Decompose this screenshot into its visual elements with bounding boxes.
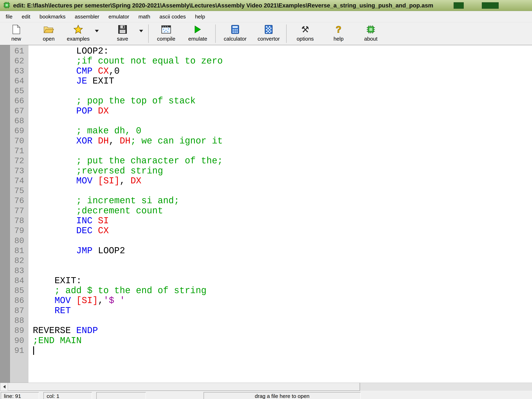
code-text[interactable]: EXIT:	[26, 276, 82, 286]
code-line[interactable]: 70 XOR DH, DH; we can ignor it	[0, 136, 532, 146]
options-button[interactable]: ⚒ options	[288, 24, 322, 42]
window-title: edit: E:\flash\lectures per semester\Spr…	[13, 2, 433, 9]
code-text[interactable]: ;reversed string	[26, 166, 163, 176]
code-line[interactable]: 72 ; put the character of the;	[0, 156, 532, 166]
scroll-left-button[interactable]	[0, 383, 8, 391]
code-token: CX	[98, 66, 109, 76]
calculator-button[interactable]: calculator	[217, 24, 253, 42]
code-token	[33, 106, 76, 116]
code-line[interactable]: 64 JE EXIT	[0, 76, 532, 86]
code-text[interactable]: POP DX	[26, 106, 109, 116]
code-line[interactable]: 80	[0, 236, 532, 246]
code-token: DH	[98, 136, 109, 146]
code-line[interactable]: 90;END MAIN	[0, 336, 532, 346]
code-line[interactable]: 86 MOV [SI],'$ '	[0, 296, 532, 306]
line-number: 62	[0, 56, 26, 66]
open-button[interactable]: open	[32, 24, 65, 42]
code-line[interactable]: 66 ; pop the top of stack	[0, 96, 532, 106]
examples-button[interactable]: examples	[65, 24, 91, 42]
title-bar[interactable]: edit: E:\flash\lectures per semester\Spr…	[0, 0, 532, 11]
save-button[interactable]: save	[109, 24, 136, 42]
code-line[interactable]: 71	[0, 146, 532, 156]
code-line[interactable]: 65	[0, 86, 532, 96]
code-text[interactable]: XOR DH, DH; we can ignor it	[26, 136, 223, 146]
code-text[interactable]: CMP CX,0	[26, 66, 120, 76]
code-line[interactable]: 79 DEC CX	[0, 226, 532, 236]
code-text[interactable]: REVERSE ENDP	[26, 326, 98, 336]
menu-item-bookmarks[interactable]: bookmarks	[35, 11, 70, 22]
code-line[interactable]: 87 RET	[0, 306, 532, 316]
menu-item-emulator[interactable]: emulator	[104, 11, 134, 22]
code-text[interactable]: MOV [SI],'$ '	[26, 296, 125, 306]
line-number: 83	[0, 266, 26, 276]
code-editor[interactable]: 61 LOOP2:62 ;if count not equal to zero6…	[0, 45, 532, 383]
toolbar-label: convertor	[258, 36, 280, 42]
code-text[interactable]: ; pop the top of stack	[26, 96, 196, 106]
save-dropdown-arrow[interactable]	[136, 24, 146, 34]
code-text[interactable]: LOOP2:	[26, 46, 109, 56]
help-button[interactable]: ? help	[322, 24, 355, 42]
bottom-right-pane	[360, 383, 532, 391]
code-token: DH	[120, 136, 131, 146]
code-line[interactable]: 67 POP DX	[0, 106, 532, 116]
code-text[interactable]: DEC CX	[26, 226, 109, 236]
code-text[interactable]: ;decrement count	[26, 206, 163, 216]
code-line[interactable]: 74 MOV [SI], DX	[0, 176, 532, 186]
examples-dropdown-arrow[interactable]	[91, 24, 102, 34]
code-line[interactable]: 75	[0, 186, 532, 196]
code-text[interactable]: RET	[26, 306, 71, 316]
code-text[interactable]: ; add $ to the end of string	[26, 286, 206, 296]
code-line[interactable]: 89REVERSE ENDP	[0, 326, 532, 336]
window-control-buttons[interactable]	[482, 2, 499, 9]
menu-item-assembler[interactable]: assembler	[70, 11, 104, 22]
code-line[interactable]: 68	[0, 116, 532, 126]
about-button[interactable]: about	[355, 24, 386, 42]
code-line[interactable]: 82	[0, 256, 532, 266]
code-text[interactable]: ; make dh, 0	[26, 126, 141, 136]
code-text[interactable]: ;END MAIN	[26, 336, 82, 346]
emulate-button[interactable]: emulate	[182, 24, 214, 42]
code-text[interactable]: MOV [SI], DX	[26, 176, 141, 186]
code-token: JMP	[76, 246, 93, 256]
code-text[interactable]: JE EXIT	[26, 76, 114, 86]
status-col-indicator: col: 1	[44, 392, 92, 399]
line-number: 70	[0, 136, 26, 146]
code-line[interactable]: 85 ; add $ to the end of string	[0, 286, 532, 296]
menu-item-help[interactable]: help	[190, 11, 210, 22]
code-line[interactable]: 63 CMP CX,0	[0, 66, 532, 76]
code-line[interactable]: 69 ; make dh, 0	[0, 126, 532, 136]
menu-item-file[interactable]: file	[1, 11, 17, 22]
code-text[interactable]: ; increment si and;	[26, 196, 179, 206]
menu-item-math[interactable]: math	[134, 11, 155, 22]
code-text[interactable]: ; put the character of the;	[26, 156, 223, 166]
scrollbar-thumb[interactable]	[8, 383, 360, 391]
convertor-button[interactable]: convertor	[253, 24, 285, 42]
code-line[interactable]: 61 LOOP2:	[0, 46, 532, 56]
new-button[interactable]: new	[0, 24, 32, 42]
code-token	[93, 176, 98, 186]
code-line[interactable]: 84 EXIT:	[0, 276, 532, 286]
horizontal-scrollbar[interactable]	[0, 383, 360, 391]
code-line[interactable]: 88	[0, 316, 532, 326]
menu-item-edit[interactable]: edit	[17, 11, 35, 22]
code-line[interactable]: 76 ; increment si and;	[0, 196, 532, 206]
code-text[interactable]	[26, 346, 34, 356]
code-text[interactable]: ;if count not equal to zero	[26, 56, 223, 66]
line-number: 71	[0, 146, 26, 156]
compile-button[interactable]: compile	[150, 24, 182, 42]
code-line[interactable]: 91	[0, 346, 532, 356]
drop-target-hint[interactable]: drag a file here to open	[203, 392, 361, 399]
code-token: [SI]	[76, 296, 98, 306]
line-number: 80	[0, 236, 26, 246]
menu-item-ascii-codes[interactable]: ascii codes	[155, 11, 190, 22]
code-line[interactable]: 78 INC SI	[0, 216, 532, 226]
code-text[interactable]: JMP LOOP2	[26, 246, 125, 256]
code-line[interactable]: 73 ;reversed string	[0, 166, 532, 176]
code-line[interactable]: 83	[0, 266, 532, 276]
code-line[interactable]: 81 JMP LOOP2	[0, 246, 532, 256]
code-line[interactable]: 62 ;if count not equal to zero	[0, 56, 532, 66]
code-text[interactable]: INC SI	[26, 216, 109, 226]
code-line[interactable]: 77 ;decrement count	[0, 206, 532, 216]
window-control-button[interactable]	[454, 2, 464, 9]
line-number: 64	[0, 76, 26, 86]
